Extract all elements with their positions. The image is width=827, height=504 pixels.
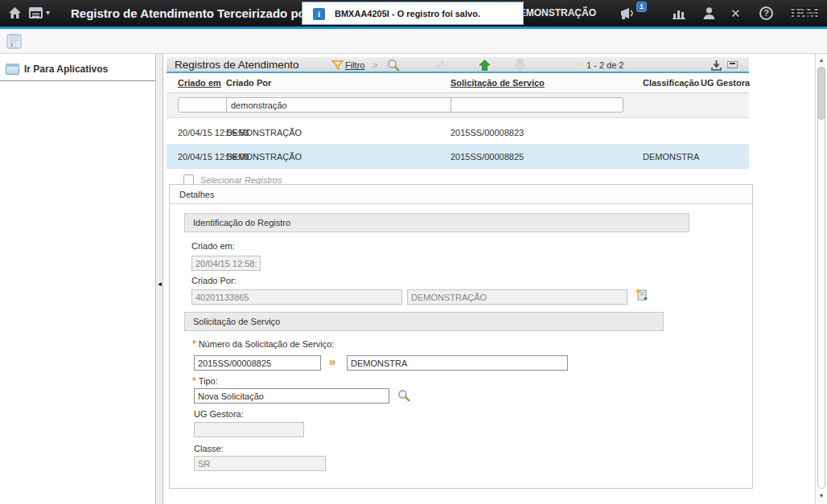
vertical-scrollbar[interactable]: ▲ ▼ (815, 54, 827, 504)
caret-down-icon: ▾ (46, 6, 50, 19)
scroll-up-icon[interactable]: ▲ (816, 55, 827, 65)
type-label: *Tipo: (192, 375, 218, 387)
application-window: ▾ Registro de Atendimento Terceirizado p… (0, 0, 827, 504)
sidebar-splitter[interactable]: ◄ (155, 54, 163, 504)
logout-close-icon[interactable]: ✕ (730, 0, 741, 27)
column-header-ug-gestora: UG Gestora (701, 73, 750, 93)
toast-message: i BMXAA4205I - O registro foi salvo. (302, 2, 524, 25)
column-header-classificacao: Classificação (643, 73, 699, 93)
toast-text: BMXAA4205I - O registro foi salvo. (335, 2, 480, 26)
section-identification: Identificação do Registro (184, 213, 689, 232)
sidebar-item-label: Ir Para Aplicativos (24, 54, 108, 81)
edit-disabled-icon (432, 59, 445, 72)
next-page-icon[interactable] (625, 61, 636, 69)
search-table-icon[interactable] (387, 59, 401, 72)
cell-criado-por[interactable]: DEMONSTRAÇÃO (226, 121, 302, 145)
filter-input-solicitacao[interactable] (451, 97, 623, 113)
sr-number-label: *Número da Solicitação de Serviço: (192, 338, 334, 350)
home-icon[interactable] (8, 6, 22, 20)
download-icon[interactable] (710, 59, 722, 72)
section-identification-label: Identificação do Registro (193, 214, 290, 232)
sidebar: Ir Para Aplicativos (0, 54, 155, 504)
type-field[interactable] (194, 388, 389, 404)
action-toolbar (0, 29, 827, 54)
column-header-criado-por: Criado Por (226, 73, 271, 93)
filter-link[interactable]: Filtro (345, 57, 364, 73)
pagination-label: 1 - 2 de 2 (586, 57, 623, 73)
table-row-selected[interactable]: 20/04/15 12:58:09 DEMONSTRAÇÃO 2015SS/00… (167, 145, 749, 169)
created-on-field (191, 256, 261, 271)
required-icon: * (192, 338, 196, 350)
notification-badge: 1 (636, 2, 647, 12)
column-header-criado-em[interactable]: Criado em (178, 73, 221, 93)
details-title: Detalhes (179, 185, 214, 204)
minimize-table-icon[interactable] (727, 61, 738, 68)
announcements-icon[interactable] (619, 6, 636, 20)
created-by-id-field (191, 289, 402, 305)
details-panel-header: Detalhes (170, 185, 752, 204)
previous-page-icon[interactable] (570, 61, 581, 69)
section-service-request: Solicitação de Serviço (184, 312, 664, 331)
filter-funnel-icon[interactable] (331, 60, 344, 70)
reports-chart-icon[interactable] (673, 8, 686, 19)
cell-criado-por[interactable]: DEMONSTRAÇÃO (226, 145, 302, 169)
classe-label: Classe: (194, 444, 224, 453)
applications-icon (6, 64, 19, 75)
created-by-label: Criado Por: (191, 276, 237, 285)
cell-solicitacao[interactable]: 2015SS/00008823 (451, 121, 524, 145)
type-lookup-icon[interactable] (397, 389, 411, 403)
scrollbar-track[interactable] (817, 67, 825, 489)
detail-menu-icon[interactable] (635, 288, 649, 302)
sr-description-field[interactable] (347, 355, 568, 371)
sr-number-field[interactable] (194, 355, 321, 371)
cell-classificacao[interactable]: DEMONSTRA (643, 145, 699, 169)
page-title: Registro de Atendimento Terceirizado po (71, 0, 306, 27)
double-chevron-icon: » (329, 354, 335, 368)
scroll-down-icon[interactable]: ▼ (816, 491, 827, 501)
scrollbar-thumb[interactable] (817, 67, 825, 120)
required-icon: * (192, 375, 196, 387)
info-icon: i (313, 8, 325, 20)
collapse-sidebar-handle[interactable]: ◄ (156, 279, 163, 290)
ibm-logo: IBM (790, 6, 820, 21)
save-button[interactable] (6, 34, 22, 49)
created-on-label: Criado em: (191, 241, 235, 251)
window-menu-icon (29, 6, 44, 19)
table-title: Registros de Atendimento (175, 57, 299, 73)
chevron-right-icon[interactable]: > (372, 57, 377, 73)
section-service-request-label: Solicitação de Serviço (193, 313, 280, 330)
go-to-menu-button[interactable]: ▾ (29, 6, 53, 19)
table-toolbar: Registros de Atendimento Filtro > 1 - 2 … (167, 57, 749, 73)
ug-gestora-label: UG Gestora: (194, 409, 244, 419)
table-filter-row (167, 93, 749, 118)
column-header-solicitacao[interactable]: Solicitação de Serviço (451, 73, 545, 93)
next-row-down-icon[interactable] (514, 59, 526, 71)
table-row[interactable]: 20/04/15 12:55:53 DEMONSTRAÇÃO 2015SS/00… (167, 121, 749, 145)
profile-person-icon[interactable] (702, 6, 716, 20)
table-column-headers: Criado em Criado Por Solicitação de Serv… (167, 73, 749, 93)
logged-user-label: DEMONSTRAÇÃO (512, 0, 596, 27)
help-icon[interactable]: ? (759, 6, 773, 20)
created-by-name-field (407, 289, 627, 305)
classe-field (194, 456, 326, 471)
sidebar-item-go-to-applications[interactable]: Ir Para Aplicativos (0, 54, 155, 81)
details-panel: Detalhes Identificação do Registro Criad… (169, 184, 753, 489)
ug-gestora-field (194, 422, 304, 437)
previous-row-up-icon[interactable] (479, 59, 491, 71)
cell-solicitacao[interactable]: 2015SS/00008825 (451, 145, 524, 169)
